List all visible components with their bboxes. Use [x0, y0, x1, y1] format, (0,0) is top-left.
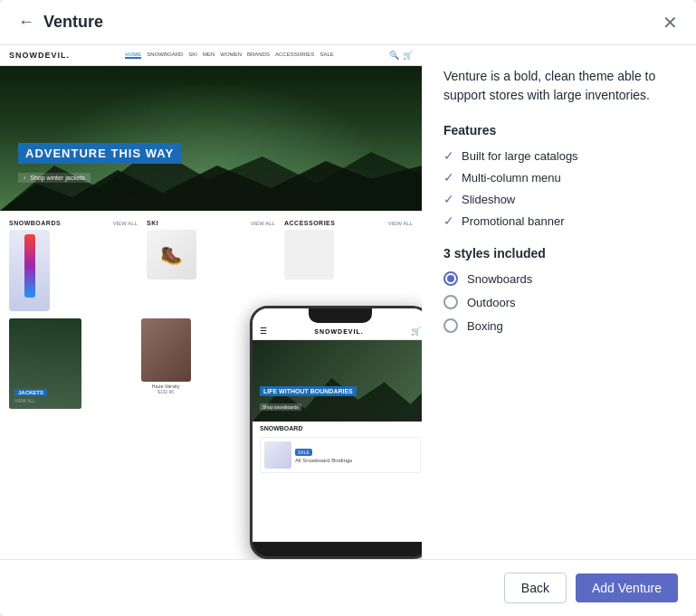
nav-link-snowboard: SNOWBOARD — [147, 52, 183, 59]
feature-text-2: Multi-column menu — [462, 171, 561, 185]
phone-overlay: ☰ SNOWDEVIL. 🛒 LIFE WITHOUT BOUNDARIES S… — [250, 306, 422, 559]
theme-preview-panel: SNOWDEVIL. HOME SNOWBOARD SKI MEN WOMEN … — [0, 45, 422, 559]
modal-header: ← Venture ✕ — [0, 0, 696, 45]
ski-category: SKI VIEW ALL — [147, 220, 275, 311]
jacket-1-price: $132.96 — [157, 389, 174, 394]
back-arrow-icon[interactable]: ← — [18, 13, 34, 32]
hero-section: ADVENTURE THIS WAY › Shop winter jackets — [0, 66, 422, 211]
accessories-product-img — [284, 230, 334, 280]
nav-link-accessories: ACCESSORIES — [275, 52, 314, 59]
phone-hero: LIFE WITHOUT BOUNDARIES Shop snowboards — [253, 340, 422, 422]
ski-boot-product-img — [147, 230, 196, 280]
phone-logo: SNOWDEVIL. — [314, 328, 363, 335]
nav-link-ski: SKI — [188, 52, 197, 59]
phone-sale-badge: SALE — [295, 449, 312, 456]
feature-text-1: Built for large catalogs — [462, 149, 578, 163]
store-nav: SNOWDEVIL. HOME SNOWBOARD SKI MEN WOMEN … — [0, 45, 422, 66]
ski-label: SKI — [147, 220, 158, 226]
style-label-outdoors: Outdoors — [467, 296, 515, 309]
feature-text-3: Slideshow — [462, 193, 515, 206]
feature-item-3: ✓ Slideshow — [443, 192, 674, 206]
check-icon-1: ✓ — [443, 148, 454, 163]
nav-link-men: MEN — [203, 52, 215, 59]
search-icon: 🔍 — [389, 51, 399, 60]
jacket-card-1: Haze Varsity $132.96 — [84, 318, 247, 409]
radio-outdoors[interactable] — [443, 295, 458, 309]
phone-section-title: SNOWBOARD — [253, 422, 422, 433]
theme-preview: SNOWDEVIL. HOME SNOWBOARD SKI MEN WOMEN … — [0, 45, 422, 559]
cart-icon: 🛒 — [403, 51, 413, 60]
snowboards-category: SNOWBOARDS VIEW ALL — [9, 220, 138, 311]
feature-item-1: ✓ Built for large catalogs — [443, 148, 674, 163]
nav-link-home: HOME — [125, 52, 141, 59]
nav-link-women: WOMEN — [220, 52, 242, 59]
style-label-boxing: Boxing — [467, 319, 503, 333]
radio-snowboards[interactable] — [443, 271, 458, 286]
check-icon-2: ✓ — [443, 170, 454, 185]
phone-product-img — [264, 441, 291, 469]
modal-footer: Back Add Venture — [0, 559, 696, 616]
snowboards-header: SNOWBOARDS VIEW ALL — [9, 220, 138, 226]
theme-description: Venture is a bold, clean theme able to s… — [443, 67, 674, 105]
accessories-category: ACCESSORIES VIEW ALL — [284, 220, 413, 311]
phone-screen: ☰ SNOWDEVIL. 🛒 LIFE WITHOUT BOUNDARIES S… — [253, 308, 422, 542]
check-icon-3: ✓ — [443, 192, 454, 206]
phone-hero-subtext: Shop snowboards — [260, 403, 301, 411]
close-button[interactable]: ✕ — [663, 14, 678, 32]
style-option-outdoors[interactable]: Outdoors — [443, 295, 674, 309]
nav-link-sale: SALE — [319, 52, 333, 59]
jacket-hero-img: JACKETS VIEW ALL — [9, 318, 81, 409]
phone-notch — [309, 308, 372, 323]
features-title: Features — [443, 123, 674, 137]
accessories-label: ACCESSORIES — [284, 220, 335, 226]
hero-headline: ADVENTURE THIS WAY — [18, 143, 181, 164]
store-nav-icons: 🔍 🛒 — [389, 51, 413, 60]
jackets-label: JACKETS VIEW ALL — [14, 382, 47, 403]
accessories-header: ACCESSORIES VIEW ALL — [284, 220, 413, 226]
store-nav-links: HOME SNOWBOARD SKI MEN WOMEN BRANDS ACCE… — [125, 52, 333, 59]
style-option-boxing[interactable]: Boxing — [443, 318, 674, 333]
ski-header: SKI VIEW ALL — [147, 220, 275, 226]
jacket-1-img — [141, 318, 191, 382]
accessories-viewall: VIEW ALL — [388, 221, 413, 226]
venture-modal: ← Venture ✕ SNOWDEVIL. HOME SNOWBOARD SK… — [0, 0, 696, 616]
snowboard-product-img — [9, 230, 50, 311]
store-logo: SNOWDEVIL. — [9, 51, 70, 60]
feature-item-2: ✓ Multi-column menu — [443, 170, 674, 185]
feature-item-4: ✓ Promotional banner — [443, 213, 674, 228]
radio-inner-snowboards — [447, 275, 454, 282]
nav-link-brands: BRANDS — [247, 52, 270, 59]
styles-title: 3 styles included — [443, 246, 674, 261]
style-label-snowboards: Snowboards — [467, 272, 532, 286]
check-icon-4: ✓ — [443, 213, 454, 228]
phone-product-info: SALE All Snowboard Bindings — [295, 441, 352, 469]
phone-product-card: SALE All Snowboard Bindings — [260, 437, 421, 473]
radio-boxing[interactable] — [443, 318, 458, 333]
info-panel: Venture is a bold, clean theme able to s… — [422, 45, 696, 559]
feature-text-4: Promotional banner — [462, 214, 564, 228]
add-venture-button[interactable]: Add Venture — [576, 573, 678, 602]
hero-subtext: › Shop winter jackets — [18, 173, 91, 183]
products-row: SNOWBOARDS VIEW ALL SKI VIEW ALL — [9, 220, 413, 311]
snowboards-viewall: VIEW ALL — [113, 221, 138, 226]
ski-viewall: VIEW ALL — [251, 221, 275, 226]
phone-hero-text: LIFE WITHOUT BOUNDARIES Shop snowboards — [260, 386, 357, 412]
phone-hero-headline: LIFE WITHOUT BOUNDARIES — [260, 386, 357, 396]
phone-product-text: All Snowboard Bindings — [295, 458, 352, 463]
modal-body: SNOWDEVIL. HOME SNOWBOARD SKI MEN WOMEN … — [0, 45, 696, 559]
snowboards-label: SNOWBOARDS — [9, 220, 61, 226]
modal-title: Venture — [43, 13, 663, 32]
style-option-snowboards[interactable]: Snowboards — [443, 271, 674, 286]
hero-text-block: ADVENTURE THIS WAY › Shop winter jackets — [18, 143, 181, 184]
back-button[interactable]: Back — [504, 573, 567, 603]
